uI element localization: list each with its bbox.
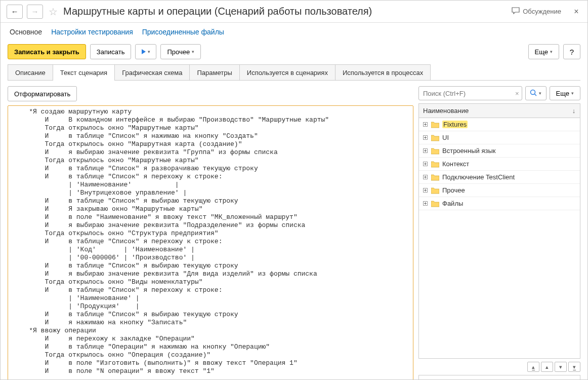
tree-body: FixturesUIВстроенный языкКонтекстПодключ… bbox=[419, 118, 580, 358]
nav-back-button[interactable]: ← bbox=[7, 5, 23, 19]
tab-scenario-text[interactable]: Текст сценария bbox=[53, 64, 115, 81]
folder-icon bbox=[431, 187, 439, 194]
expand-icon[interactable] bbox=[422, 201, 428, 207]
chevron-down-icon: ▾ bbox=[148, 49, 150, 54]
scenario-editor[interactable]: *Я создаю маршрутную карту И В командном… bbox=[8, 105, 413, 380]
tree-item-label: Прочее bbox=[442, 186, 465, 194]
folder-icon bbox=[431, 147, 439, 155]
right-more-label: Еще bbox=[556, 90, 569, 97]
run-button[interactable]: ▾ bbox=[135, 44, 156, 59]
search-input[interactable] bbox=[418, 86, 522, 100]
tree-bottom-button[interactable]: ▾̲ bbox=[568, 362, 580, 372]
tree-item-label: Встроенный язык bbox=[442, 147, 495, 155]
tree-item-label: Fixtures bbox=[442, 121, 468, 128]
expand-icon[interactable] bbox=[422, 122, 428, 128]
expand-icon[interactable] bbox=[422, 187, 428, 194]
tree-header-name[interactable]: Наименование bbox=[419, 104, 568, 118]
tab-parameters[interactable]: Параметры bbox=[189, 64, 239, 81]
tree-item-label: Контекст bbox=[442, 160, 469, 168]
tree-top-button[interactable]: ▴̲ bbox=[527, 362, 539, 372]
close-button[interactable]: × bbox=[571, 7, 581, 17]
tabs: Описание Текст сценария Графическая схем… bbox=[1, 64, 587, 81]
nav-forward-button[interactable]: → bbox=[27, 5, 43, 19]
link-main[interactable]: Основное bbox=[10, 28, 42, 36]
more-dropdown-button[interactable]: Еще ▾ bbox=[528, 44, 559, 59]
tree-item[interactable]: Контекст bbox=[419, 158, 580, 171]
tree-item[interactable]: Встроенный язык bbox=[419, 144, 580, 158]
tree-item[interactable]: Прочее bbox=[419, 184, 580, 197]
tree-item[interactable]: Подключение TestClient bbox=[419, 171, 580, 184]
tree-down-button[interactable]: ▾ bbox=[555, 362, 567, 372]
tree-item[interactable]: Файлы bbox=[419, 197, 580, 210]
discuss-label: Обсуждение bbox=[523, 8, 561, 15]
tree-item-label: Подключение TestClient bbox=[442, 173, 515, 181]
other-dropdown-button[interactable]: Прочее ▾ bbox=[160, 44, 201, 59]
more-label: Еще bbox=[535, 48, 548, 56]
right-pane: × ▾ Еще ▾ Наименование ↓ FixturesUIВстро… bbox=[418, 86, 580, 380]
expand-icon[interactable] bbox=[422, 161, 428, 167]
folder-icon bbox=[431, 134, 439, 141]
tree-item[interactable]: UI bbox=[419, 131, 580, 144]
tab-description[interactable]: Описание bbox=[8, 64, 53, 81]
play-icon bbox=[142, 49, 146, 54]
left-pane: Отформатировать *Я создаю маршрутную кар… bbox=[8, 86, 413, 380]
link-test-settings[interactable]: Настройки тестирования bbox=[51, 28, 133, 36]
content: Отформатировать *Я создаю маршрутную кар… bbox=[1, 81, 587, 380]
tree-item[interactable]: Fixtures bbox=[419, 118, 580, 131]
page-title: Маршрутные карты и операции (Сценарий ра… bbox=[63, 6, 508, 17]
tree-item-label: Файлы bbox=[442, 200, 463, 207]
tree-item-label: UI bbox=[442, 134, 449, 141]
folder-icon bbox=[431, 121, 439, 128]
help-button[interactable]: ? bbox=[563, 44, 580, 59]
other-dd-label: Прочее bbox=[167, 48, 190, 56]
folder-icon bbox=[431, 174, 439, 181]
expand-icon[interactable] bbox=[422, 148, 428, 154]
right-more-button[interactable]: Еще ▾ bbox=[550, 86, 580, 100]
expand-icon[interactable] bbox=[422, 174, 428, 180]
chat-icon bbox=[512, 7, 520, 16]
tab-used-in-processes[interactable]: Используется в процессах bbox=[335, 64, 431, 81]
favorite-star-button[interactable]: ☆ bbox=[47, 6, 59, 18]
search-clear-button[interactable]: × bbox=[515, 90, 519, 97]
preview-box[interactable] bbox=[418, 375, 580, 380]
svg-point-0 bbox=[531, 90, 535, 94]
search-button[interactable]: ▾ bbox=[525, 86, 547, 100]
link-attached-files[interactable]: Присоединенные файлы bbox=[142, 28, 224, 36]
chevron-down-icon: ▾ bbox=[571, 91, 574, 96]
write-and-close-button[interactable]: Записать и закрыть bbox=[8, 44, 86, 59]
svg-line-1 bbox=[535, 94, 537, 96]
titlebar: ← → ☆ Маршрутные карты и операции (Сцена… bbox=[1, 1, 587, 23]
expand-icon[interactable] bbox=[422, 135, 428, 141]
linkbar: Основное Настройки тестирования Присоеди… bbox=[1, 23, 587, 41]
search-icon bbox=[530, 89, 537, 98]
tab-used-in-scenarios[interactable]: Используется в сценариях bbox=[239, 64, 335, 81]
discuss-button[interactable]: Обсуждение bbox=[512, 7, 561, 16]
chevron-down-icon: ▾ bbox=[550, 49, 553, 54]
chevron-down-icon: ▾ bbox=[192, 49, 194, 54]
tree-panel: Наименование ↓ FixturesUIВстроенный язык… bbox=[418, 103, 580, 359]
tree-nav: ▴̲ ▴ ▾ ▾̲ bbox=[418, 362, 580, 372]
toolbar: Записать и закрыть Записать ▾ Прочее ▾ Е… bbox=[1, 41, 587, 64]
folder-icon bbox=[431, 200, 439, 207]
format-button[interactable]: Отформатировать bbox=[8, 86, 77, 101]
sort-indicator[interactable]: ↓ bbox=[568, 104, 580, 118]
chevron-down-icon: ▾ bbox=[539, 91, 541, 96]
tab-graphic-schema[interactable]: Графическая схема bbox=[114, 64, 190, 81]
tree-up-button[interactable]: ▴ bbox=[541, 362, 553, 372]
write-button[interactable]: Записать bbox=[90, 44, 132, 59]
folder-icon bbox=[431, 161, 439, 168]
